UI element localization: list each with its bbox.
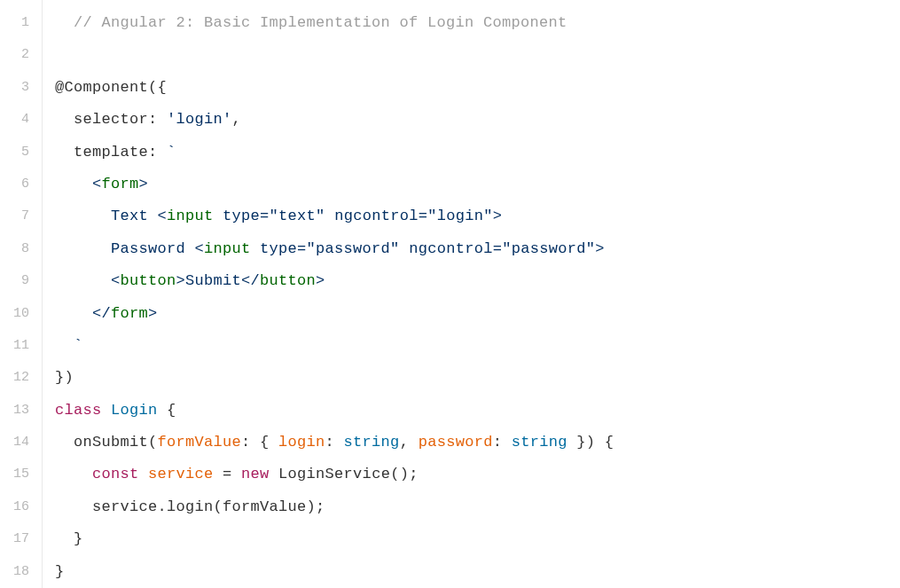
code-token: new [241, 466, 270, 482]
code-token: string [344, 434, 400, 451]
code-token: ngcontrol [334, 208, 419, 224]
code-token: input [167, 208, 214, 224]
code-token: button [121, 272, 176, 289]
line-number: 16 [0, 491, 42, 523]
code-token [139, 466, 149, 482]
code-token: : [148, 111, 167, 128]
code-token: "text" [270, 208, 325, 224]
code-line: Password <input type="password" ngcontro… [55, 233, 900, 265]
code-token: password [419, 434, 493, 451]
code-token: class [55, 402, 102, 419]
code-line: class Login { [55, 395, 900, 427]
code-token: Submit [185, 272, 241, 289]
line-number: 10 [0, 298, 42, 330]
code-token: > [148, 305, 158, 322]
code-line: <form> [55, 169, 900, 200]
code-token [214, 208, 223, 224]
code-token: ( [148, 434, 158, 451]
code-token: } [55, 563, 65, 580]
code-token: Text [111, 208, 158, 224]
code-token: form [111, 305, 148, 322]
code-token: < [158, 208, 168, 224]
code-token: template [74, 144, 148, 161]
line-number: 8 [0, 233, 42, 265]
code-line: @Component({ [55, 72, 900, 104]
code-token: // Angular 2: Basic Implementation of Lo… [74, 14, 567, 31]
code-token: LoginService [278, 466, 390, 482]
line-number: 3 [0, 72, 42, 104]
code-line: service.login(formValue); [55, 491, 900, 523]
code-line: // Angular 2: Basic Implementation of Lo… [55, 7, 900, 39]
code-line: <button>Submit</button> [55, 265, 900, 297]
code-line: template: ` [55, 137, 900, 169]
code-token: { [158, 402, 176, 419]
line-number: 6 [0, 169, 42, 200]
line-number: 14 [0, 427, 42, 459]
code-line: onSubmit(formValue: { login: string, pas… [55, 427, 900, 459]
line-number: 7 [0, 200, 42, 232]
code-line [55, 39, 900, 71]
code-token: Login [111, 402, 158, 419]
code-token: service [148, 466, 214, 482]
code-line: </form> [55, 298, 900, 330]
code-token: 'login' [167, 111, 232, 128]
code-token: </ [92, 305, 111, 322]
code-token: onSubmit [74, 434, 148, 451]
code-token: type [260, 240, 297, 257]
code-token: formValue [223, 498, 307, 515]
line-number: 1 [0, 7, 42, 39]
line-number: 2 [0, 39, 42, 71]
code-token: > [493, 208, 503, 224]
code-token: const [92, 466, 139, 482]
code-token: type [223, 208, 260, 224]
code-line: } [55, 523, 900, 555]
code-token: = [419, 208, 428, 224]
line-number: 12 [0, 362, 42, 394]
code-token: < [92, 176, 102, 192]
code-token: . [158, 498, 168, 515]
code-token: = [297, 240, 307, 257]
code-token: ngcontrol [409, 240, 493, 257]
code-token: : [493, 434, 512, 451]
code-token: }) [55, 369, 74, 386]
code-token [325, 208, 335, 224]
code-token: ( [214, 498, 223, 515]
line-number: 13 [0, 395, 42, 427]
code-token: button [260, 272, 316, 289]
code-token: Password [111, 240, 195, 257]
line-number: 11 [0, 330, 42, 362]
code-token: = [260, 208, 270, 224]
code-line: selector: 'login', [55, 104, 900, 136]
code-line: const service = new LoginService(); [55, 459, 900, 490]
line-number: 4 [0, 104, 42, 136]
code-token: input [204, 240, 251, 257]
code-token: , [232, 111, 242, 128]
code-token: > [316, 272, 325, 289]
code-token: login [278, 434, 325, 451]
line-number: 15 [0, 459, 42, 490]
code-token: ({ [148, 79, 167, 96]
code-token: "password" [502, 240, 595, 257]
code-token: > [139, 176, 149, 192]
code-token: > [595, 240, 605, 257]
code-token: selector [74, 111, 148, 128]
code-area: // Angular 2: Basic Implementation of Lo… [43, 0, 900, 588]
code-token: formValue [158, 434, 242, 451]
code-editor: 123456789101112131415161718 // Angular 2… [0, 0, 900, 588]
code-token: "login" [427, 208, 493, 224]
code-line: }) [55, 362, 900, 394]
code-token: : [325, 434, 344, 451]
code-token: ` [74, 337, 83, 354]
code-token: ` [167, 144, 176, 161]
line-number: 17 [0, 523, 42, 555]
code-line: } [55, 556, 900, 588]
code-line: Text <input type="text" ngcontrol="login… [55, 200, 900, 232]
code-token: < [111, 272, 121, 289]
line-number: 9 [0, 265, 42, 297]
code-token: ); [307, 498, 325, 515]
line-number: 18 [0, 556, 42, 588]
code-token: "password" [307, 240, 400, 257]
code-line: ` [55, 330, 900, 362]
code-token: : [148, 144, 167, 161]
code-token: string [512, 434, 567, 451]
